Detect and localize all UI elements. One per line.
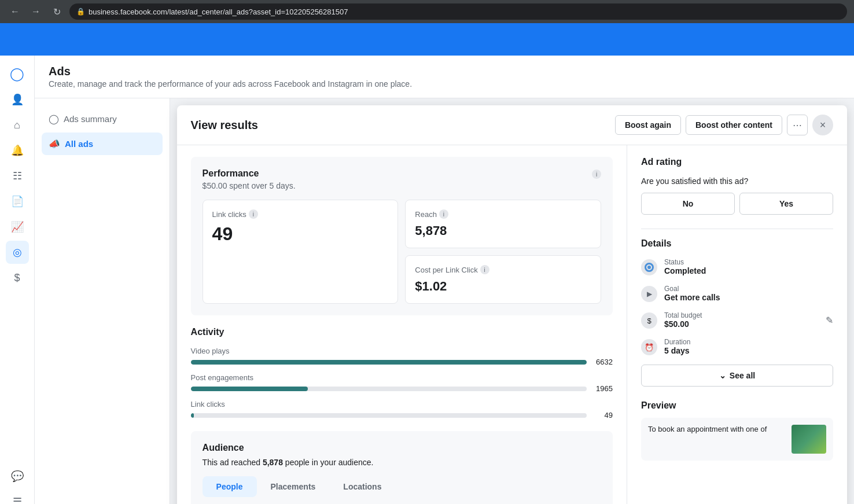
details-panel: Ad rating Are you satisfied with this ad… bbox=[627, 145, 847, 504]
panel-header-actions: Boost again Boost other content ⋯ × bbox=[615, 115, 833, 135]
cpc-info-icon[interactable]: i bbox=[480, 265, 489, 274]
goal-value: Get more calls bbox=[664, 293, 833, 302]
goal-label: Goal bbox=[664, 285, 833, 293]
browser-chrome: ← → ↻ 🔒 business.facebook.com/latest/ad_… bbox=[0, 0, 854, 23]
sidebar: ◯ 👤 ⌂ 🔔 ☷ 📄 📈 ◎ $ 💬 ☰ bbox=[0, 56, 35, 504]
see-all-label: See all bbox=[730, 371, 755, 380]
sidebar-chart-icon[interactable]: 📈 bbox=[6, 215, 29, 238]
all-ads-icon: 📣 bbox=[49, 138, 60, 149]
forward-button[interactable]: → bbox=[28, 3, 44, 20]
preview-section: Preview To book an appointment with one … bbox=[641, 400, 833, 461]
activity-bar-wrap: 1965 bbox=[191, 384, 613, 393]
page-subtitle: Create, manage and track the performance… bbox=[49, 79, 840, 89]
reach-label: Reach i bbox=[415, 209, 591, 219]
duration-icon: ⏰ bbox=[641, 339, 657, 355]
view-results-panel: View results Boost again Boost other con… bbox=[177, 105, 847, 504]
link-clicks-info-icon[interactable]: i bbox=[249, 209, 258, 219]
nav-ads-summary[interactable]: ◯ Ads summary bbox=[42, 108, 163, 130]
see-all-button[interactable]: ⌄ See all bbox=[641, 365, 833, 387]
link-clicks-value: 49 bbox=[212, 223, 389, 245]
activity-bar-row: Link clicks 49 bbox=[191, 400, 613, 420]
activity-bar-label: Video plays bbox=[191, 347, 613, 355]
performance-info-icon[interactable]: i bbox=[592, 170, 601, 179]
budget-row-content: Total budget $50.00 ✎ bbox=[664, 311, 833, 329]
results-content: Performance $50.00 spent over 5 days. i … bbox=[177, 145, 627, 504]
activity-section: Activity Video plays 6632 Post engagemen… bbox=[191, 327, 613, 420]
audience-description: This ad reached 5,878 people in your aud… bbox=[203, 458, 601, 467]
budget-row: $ Total budget $50.00 ✎ bbox=[641, 311, 833, 329]
url-text: business.facebook.com/latest/ad_center/a… bbox=[89, 8, 348, 16]
sidebar-dollar-icon[interactable]: $ bbox=[6, 266, 29, 289]
activity-bar-count: 6632 bbox=[592, 358, 613, 366]
status-value: Completed bbox=[664, 266, 833, 275]
budget-info: Total budget $50.00 bbox=[664, 311, 826, 329]
details-section: Details Status Complete bbox=[641, 238, 833, 387]
activity-title: Activity bbox=[191, 327, 613, 337]
status-dot bbox=[645, 263, 654, 272]
more-options-button[interactable]: ⋯ bbox=[787, 115, 808, 135]
budget-edit-icon[interactable]: ✎ bbox=[826, 315, 833, 326]
sidebar-menu-icon[interactable]: ☰ bbox=[6, 490, 29, 504]
preview-image bbox=[792, 425, 826, 454]
main-content: Ads Create, manage and track the perform… bbox=[35, 56, 854, 504]
sidebar-target-icon[interactable]: ◎ bbox=[6, 241, 29, 264]
link-clicks-card: Link clicks i 49 bbox=[203, 200, 399, 304]
url-bar[interactable]: 🔒 business.facebook.com/latest/ad_center… bbox=[69, 3, 847, 20]
activity-bar-bg bbox=[191, 387, 587, 391]
activity-bars: Video plays 6632 Post engagements 1965 L… bbox=[191, 347, 613, 420]
reach-info-icon[interactable]: i bbox=[439, 209, 448, 219]
nav-all-ads[interactable]: 📣 All ads bbox=[42, 133, 163, 155]
divider-1 bbox=[641, 229, 833, 229]
sidebar-account-icon[interactable]: 👤 bbox=[6, 88, 29, 111]
sidebar-grid-icon[interactable]: ☷ bbox=[6, 164, 29, 187]
activity-bar-fill bbox=[191, 413, 194, 418]
duration-info: Duration 5 days bbox=[664, 338, 833, 355]
boost-other-button[interactable]: Boost other content bbox=[686, 115, 782, 135]
status-info: Status Completed bbox=[664, 258, 833, 275]
activity-bar-count: 49 bbox=[592, 411, 613, 420]
duration-label: Duration bbox=[664, 338, 833, 346]
activity-bar-bg bbox=[191, 413, 587, 418]
rating-yes-button[interactable]: Yes bbox=[739, 193, 833, 215]
app-layout: ◯ 👤 ⌂ 🔔 ☷ 📄 📈 ◎ $ 💬 ☰ Ads Create, manage… bbox=[0, 56, 854, 504]
sidebar-home-icon[interactable]: ⌂ bbox=[6, 113, 29, 137]
page-title: Ads bbox=[49, 65, 840, 78]
panel-header: View results Boost again Boost other con… bbox=[177, 105, 847, 145]
activity-bar-fill bbox=[191, 360, 587, 365]
goal-icon: ▶ bbox=[641, 286, 657, 302]
left-nav: ◯ Ads summary 📣 All ads bbox=[35, 98, 170, 504]
sidebar-chat-icon[interactable]: 💬 bbox=[6, 465, 29, 488]
reload-button[interactable]: ↻ bbox=[49, 3, 65, 20]
audience-desc-suffix: people in your audience. bbox=[283, 458, 373, 467]
sidebar-notifications-icon[interactable]: 🔔 bbox=[6, 139, 29, 162]
all-ads-label: All ads bbox=[65, 139, 93, 149]
boost-again-button[interactable]: Boost again bbox=[615, 115, 681, 135]
activity-bar-wrap: 6632 bbox=[191, 358, 613, 366]
sidebar-meta-logo[interactable]: ◯ bbox=[6, 62, 29, 86]
audience-title: Audience bbox=[203, 443, 601, 453]
preview-text: To book an appointment with one of bbox=[648, 425, 787, 433]
audience-tab-locations[interactable]: Locations bbox=[329, 476, 395, 497]
ad-rating-section: Ad rating Are you satisfied with this ad… bbox=[641, 157, 833, 215]
performance-section: Performance $50.00 spent over 5 days. i … bbox=[191, 157, 613, 315]
details-title: Details bbox=[641, 238, 833, 249]
back-button[interactable]: ← bbox=[7, 3, 23, 20]
lock-icon: 🔒 bbox=[76, 8, 85, 16]
reach-card: Reach i 5,878 bbox=[405, 200, 601, 248]
activity-bar-fill bbox=[191, 387, 308, 391]
status-label: Status bbox=[664, 258, 833, 266]
rating-buttons: No Yes bbox=[641, 193, 833, 215]
ad-rating-title: Ad rating bbox=[641, 157, 833, 167]
rating-no-button[interactable]: No bbox=[641, 193, 735, 215]
audience-tab-placements[interactable]: Placements bbox=[257, 476, 330, 497]
link-clicks-label: Link clicks i bbox=[212, 209, 389, 219]
panel-body: Performance $50.00 spent over 5 days. i … bbox=[177, 145, 847, 504]
budget-icon: $ bbox=[641, 312, 657, 329]
cost-per-click-value: $1.02 bbox=[415, 279, 591, 294]
budget-label: Total budget bbox=[664, 311, 826, 319]
sidebar-pages-icon[interactable]: 📄 bbox=[6, 190, 29, 213]
goal-row: ▶ Goal Get more calls bbox=[641, 285, 833, 302]
audience-tab-people[interactable]: People bbox=[203, 476, 257, 497]
cost-per-click-label: Cost per Link Click i bbox=[415, 265, 591, 274]
close-button[interactable]: × bbox=[812, 115, 833, 135]
